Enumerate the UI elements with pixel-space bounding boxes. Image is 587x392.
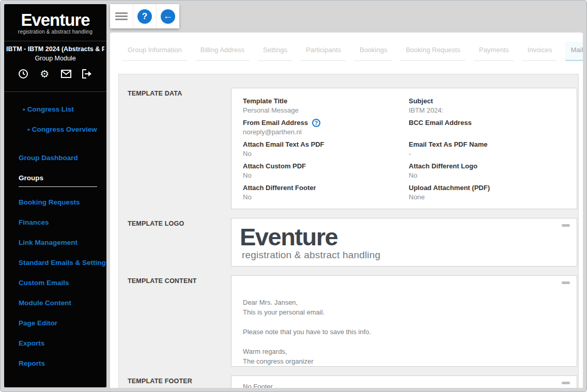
field-from-email: From Email Address ? noreply@parthen.nl	[243, 119, 398, 136]
bullet: •	[27, 126, 30, 133]
collapse-icon[interactable]	[562, 224, 570, 227]
tab-booking-requests[interactable]: Booking Requests	[400, 42, 466, 61]
tab-settings[interactable]: Settings	[258, 42, 292, 61]
sidebar-item-link-management[interactable]: Link Management	[4, 239, 106, 246]
footer-value: No Footer	[231, 376, 577, 388]
sidebar-item-page-editor[interactable]: Page Editor	[4, 319, 106, 327]
sidebar-item-congress-list[interactable]: •Congress List	[4, 105, 106, 113]
field-email-pdf-name: Email Text As PDF Name -	[409, 140, 564, 158]
main-panel: Group Information Billing Address Settin…	[110, 33, 583, 388]
section-title: TEMPLATE FOOTER	[128, 375, 231, 388]
congress-header: IBTM - IBTM 2024 (Abstracts & Par... Gro…	[4, 41, 106, 62]
template-footer-box: No Footer	[231, 375, 577, 388]
field-attach-different-footer: Attach Different Footer No	[243, 184, 398, 201]
bullet: •	[23, 105, 25, 113]
sidebar-logo: Eventure registration & abstract handlin…	[4, 4, 106, 35]
active-item-underline	[19, 186, 97, 187]
template-data-section: TEMPLATE DATA Template Title Personal Me…	[128, 88, 577, 209]
template-content-box: Dear Mrs. Jansen, This is your personal …	[231, 275, 577, 367]
sidebar-item-standard-emails[interactable]: Standard Emails & Settings	[4, 259, 106, 266]
tab-participants[interactable]: Participants	[301, 42, 346, 61]
email-body-text: Dear Mrs. Jansen, This is your personal …	[231, 276, 577, 366]
gear-icon[interactable]: ⚙	[39, 69, 50, 79]
help-icon: ?	[137, 9, 152, 24]
section-title: TEMPLATE CONTENT	[128, 275, 231, 367]
field-bcc-email: BCC Email Address	[409, 119, 564, 136]
sidebar-item-exports[interactable]: Exports	[4, 339, 106, 347]
back-button[interactable]: ←	[157, 4, 179, 28]
clock-icon[interactable]	[18, 69, 28, 79]
sidebar-item-finances[interactable]: Finances	[4, 218, 106, 226]
section-title: TEMPLATE DATA	[128, 88, 231, 209]
field-attach-custom-pdf: Attach Custom PDF No	[243, 162, 398, 180]
template-footer-section: TEMPLATE FOOTER No Footer	[128, 375, 577, 388]
sidebar-item-groups[interactable]: Groups	[4, 174, 106, 187]
tab-group-information[interactable]: Group Information	[122, 42, 187, 61]
field-upload-attachment: Upload Attachment (PDF) None	[409, 184, 564, 201]
mailings-content: TEMPLATE DATA Template Title Personal Me…	[118, 74, 579, 388]
envelope-icon[interactable]	[61, 69, 71, 79]
logo-image-brand: Eventure	[240, 224, 566, 250]
field-attach-different-logo: Attach Different Logo No	[409, 162, 564, 180]
template-logo-section: TEMPLATE LOGO Eventure registration & ab…	[128, 218, 577, 266]
template-data-box: Template Title Personal Message Subject …	[231, 88, 577, 209]
brand-tagline: registration & abstract handling	[4, 29, 106, 35]
sidebar-item-reports[interactable]: Reports	[4, 359, 106, 367]
hamburger-icon	[115, 11, 128, 21]
app-window: Eventure registration & abstract handlin…	[0, 0, 587, 392]
tab-payments[interactable]: Payments	[474, 42, 514, 61]
sidebar-item-congress-overview[interactable]: •Congress Overview	[4, 126, 106, 133]
template-logo-box: Eventure registration & abstract handlin…	[231, 218, 577, 266]
top-toolbar: ? ←	[110, 4, 179, 28]
tab-billing-address[interactable]: Billing Address	[195, 42, 250, 61]
menu-button[interactable]	[110, 4, 133, 28]
sidebar-item-custom-emails[interactable]: Custom Emails	[4, 279, 106, 287]
brand-name: Eventure	[4, 11, 106, 29]
collapse-icon[interactable]	[562, 382, 570, 384]
back-arrow-icon: ←	[161, 9, 175, 24]
help-button[interactable]: ?	[133, 4, 156, 28]
sidebar: Eventure registration & abstract handlin…	[4, 4, 106, 387]
sidebar-nav: •Congress List •Congress Overview Group …	[4, 92, 106, 367]
congress-title: IBTM - IBTM 2024 (Abstracts & Par...	[6, 45, 104, 53]
sidebar-item-module-content[interactable]: Module Content	[4, 299, 106, 307]
tab-bookings[interactable]: Bookings	[354, 42, 392, 61]
sidebar-icon-bar: ⚙	[4, 62, 106, 85]
field-template-title: Template Title Personal Message	[243, 97, 398, 115]
tab-mailings[interactable]: Mailings	[565, 42, 583, 61]
tab-bar: Group Information Billing Address Settin…	[110, 33, 583, 61]
logo-image-tagline: registration & abstract handling	[242, 249, 566, 261]
help-tooltip-icon[interactable]: ?	[312, 119, 320, 127]
module-title: Group Module	[6, 55, 104, 62]
tab-invoices[interactable]: Invoices	[522, 42, 558, 61]
sidebar-item-booking-requests[interactable]: Booking Requests	[4, 198, 106, 206]
field-attach-email-pdf: Attach Email Text As PDF No	[243, 140, 398, 158]
section-title: TEMPLATE LOGO	[128, 218, 231, 266]
sign-out-icon[interactable]	[82, 69, 92, 79]
sidebar-item-group-dashboard[interactable]: Group Dashboard	[4, 154, 106, 162]
field-subject: Subject IBTM 2024:	[409, 97, 564, 115]
template-content-section: TEMPLATE CONTENT Dear Mrs. Jansen, This …	[128, 275, 577, 367]
collapse-icon[interactable]	[562, 281, 570, 284]
